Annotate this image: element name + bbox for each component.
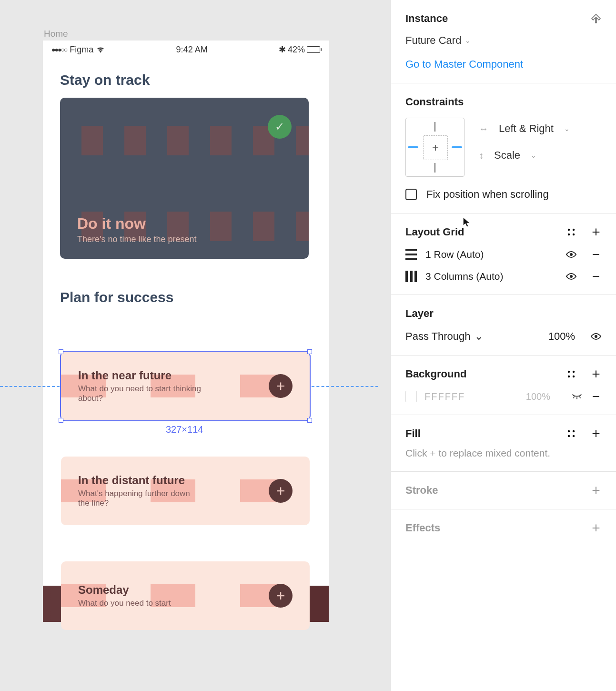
visibility-toggle-icon[interactable]: [566, 249, 577, 260]
fix-position-label: Fix position when scrolling: [426, 188, 549, 201]
add-icon[interactable]: +: [269, 374, 293, 398]
selection-handle[interactable]: [307, 349, 312, 354]
future-card-someday[interactable]: Someday What do you need to start +: [61, 561, 310, 630]
add-grid-icon[interactable]: +: [590, 226, 602, 238]
effects-title: Effects: [405, 522, 440, 534]
horizontal-constraint-select[interactable]: ↔ Left & Right ⌄: [479, 122, 570, 135]
constraints-title: Constraints: [405, 96, 602, 108]
grid-row-label: 1 Row (Auto): [425, 249, 557, 260]
section-track-title: Stay on track: [60, 72, 312, 88]
reset-overrides-icon[interactable]: [590, 13, 602, 24]
remove-grid-icon[interactable]: −: [590, 271, 602, 282]
svg-point-17: [568, 435, 570, 437]
svg-point-8: [570, 253, 573, 256]
remove-grid-icon[interactable]: −: [590, 249, 602, 260]
svg-point-16: [573, 430, 575, 432]
big-card-subtitle: There's no time like the present: [77, 234, 197, 244]
add-fill-icon[interactable]: +: [590, 428, 602, 439]
instance-swap-dropdown[interactable]: Future Card ⌄: [405, 34, 602, 47]
vertical-arrow-icon: ↕: [479, 150, 484, 161]
instance-name: Future Card: [405, 34, 461, 47]
add-effect-icon[interactable]: +: [590, 522, 602, 534]
layout-grid-title: Layout Grid: [405, 226, 464, 238]
remove-background-icon[interactable]: −: [590, 391, 602, 402]
add-icon[interactable]: +: [269, 584, 293, 608]
selection-handle[interactable]: [59, 418, 63, 423]
future-card-title: Someday: [78, 583, 269, 597]
svg-point-15: [568, 430, 570, 432]
alignment-guide: [312, 386, 378, 387]
layer-opacity-input[interactable]: 100%: [537, 330, 575, 343]
constraints-widget[interactable]: +: [405, 118, 465, 177]
selection-handle[interactable]: [59, 349, 63, 354]
visibility-toggle-icon[interactable]: [566, 271, 577, 282]
horizontal-arrow-icon: ↔: [479, 123, 488, 134]
add-stroke-icon[interactable]: +: [590, 485, 602, 496]
signal-dots-icon: ●●●○○: [51, 46, 67, 53]
vertical-constraint-select[interactable]: ↕ Scale ⌄: [479, 149, 570, 162]
instance-title: Instance: [405, 12, 448, 25]
properties-panel: Instance Future Card ⌄ Go to Master Comp…: [391, 0, 616, 691]
grid-row-label: 3 Columns (Auto): [425, 271, 557, 282]
layout-grid-section: Layout Grid + 1 Row (Auto) − 3 Columns (…: [391, 213, 616, 295]
svg-point-5: [573, 229, 575, 231]
add-background-icon[interactable]: +: [590, 368, 602, 380]
alignment-guide: [0, 386, 60, 387]
svg-point-7: [573, 234, 575, 235]
constraints-section: Constraints + ↔ Left & Right ⌄ ↕ Scale ⌄: [391, 83, 616, 213]
clock-label: 9:42 AM: [105, 45, 279, 55]
grid-row-item[interactable]: 1 Row (Auto) −: [405, 249, 602, 260]
future-card-distant[interactable]: In the distant future What's happening f…: [61, 457, 310, 525]
section-plan-title: Plan for success: [60, 289, 312, 305]
stroke-title: Stroke: [405, 484, 438, 497]
future-card-near[interactable]: In the near future What do you need to s…: [61, 352, 310, 420]
background-styles-icon[interactable]: [566, 368, 577, 380]
svg-point-10: [595, 335, 597, 338]
background-hex-input[interactable]: FFFFFF: [424, 391, 518, 402]
svg-point-12: [573, 371, 575, 373]
instance-section: Instance Future Card ⌄ Go to Master Comp…: [391, 0, 616, 83]
future-card-title: In the near future: [78, 369, 269, 382]
wifi-icon: [96, 46, 105, 53]
layer-visibility-icon[interactable]: [590, 331, 602, 342]
columns-icon: [405, 271, 417, 282]
fill-title: Fill: [405, 427, 421, 440]
carrier-label: Figma: [70, 45, 93, 55]
future-card-subtitle: What do you need to start thinking about…: [78, 384, 202, 403]
svg-point-9: [570, 275, 573, 278]
background-section: Background + FFFFFF 100% −: [391, 356, 616, 415]
chevron-down-icon: ⌄: [564, 125, 570, 132]
do-it-now-card[interactable]: ✓ Do it now There's no time like the pre…: [60, 98, 309, 259]
go-to-master-link[interactable]: Go to Master Component: [405, 58, 523, 71]
chevron-down-icon: ⌄: [475, 330, 483, 343]
phone-frame[interactable]: ●●●○○ Figma 9:42 AM ✱ 42% Stay on track …: [43, 41, 329, 622]
grid-row-item[interactable]: 3 Columns (Auto) −: [405, 271, 602, 282]
horizontal-constraint-value: Left & Right: [499, 122, 554, 135]
grid-styles-icon[interactable]: [566, 226, 577, 238]
fix-position-checkbox[interactable]: [405, 189, 417, 200]
add-icon[interactable]: +: [269, 479, 293, 503]
background-title: Background: [405, 368, 466, 380]
stroke-section: Stroke +: [391, 472, 616, 509]
layer-section: Layer Pass Through ⌄ 100%: [391, 295, 616, 356]
background-color-swatch[interactable]: [405, 391, 417, 402]
battery-icon: [307, 46, 320, 53]
fill-styles-icon[interactable]: [566, 428, 577, 439]
future-card-subtitle: What do you need to start: [78, 599, 202, 608]
layer-title: Layer: [405, 307, 602, 320]
background-opacity-input[interactable]: 100%: [526, 391, 550, 402]
chevron-down-icon: ⌄: [531, 152, 536, 159]
big-card-title: Do it now: [77, 215, 197, 233]
bluetooth-icon: ✱: [279, 44, 286, 55]
canvas-area[interactable]: Home ●●●○○ Figma 9:42 AM ✱ 42% Stay on t…: [0, 0, 391, 691]
svg-point-18: [573, 435, 575, 437]
check-icon[interactable]: ✓: [268, 115, 292, 139]
future-card-subtitle: What's happening further down the line?: [78, 489, 202, 508]
svg-point-14: [573, 376, 575, 377]
background-visibility-icon[interactable]: [571, 391, 583, 402]
blend-mode-select[interactable]: Pass Through ⌄: [405, 330, 531, 343]
selection-handle[interactable]: [307, 418, 312, 423]
effects-section: Effects +: [391, 509, 616, 547]
vertical-constraint-value: Scale: [494, 149, 520, 162]
frame-label[interactable]: Home: [44, 29, 68, 39]
